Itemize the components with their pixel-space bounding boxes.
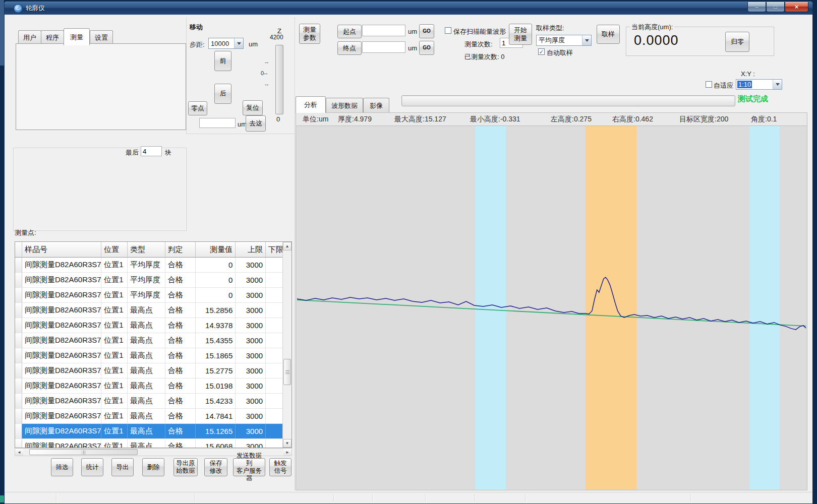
column-header[interactable]: 判定 — [165, 242, 196, 257]
go-start-button[interactable]: GO — [419, 24, 434, 38]
tab-program[interactable]: 程序 — [41, 30, 64, 44]
export-button[interactable]: 导出 — [111, 458, 134, 476]
tab-measure[interactable]: 测量 — [64, 28, 90, 45]
scroll-right-icon[interactable]: ► — [283, 449, 291, 456]
go-end-button[interactable]: GO — [419, 41, 434, 55]
row-selector[interactable] — [15, 258, 22, 272]
z-axis-slider[interactable] — [275, 45, 283, 114]
move-panel-title: 移动 — [190, 23, 203, 32]
end-point-button[interactable]: 终点 — [337, 41, 362, 55]
table-cell: 位置1 — [101, 348, 128, 363]
z-min-label: 0 — [276, 115, 280, 123]
scroll-left-icon[interactable]: ◄ — [15, 449, 23, 456]
table-cell: 0 — [196, 258, 236, 272]
tab-waveform-data[interactable]: 波形数据 — [326, 98, 363, 113]
sampling-type-select[interactable]: 平均厚度 — [536, 35, 592, 46]
table-row[interactable]: 间隙测量D82A60R3S7位置1最高点合格15.60683000 — [15, 439, 283, 448]
end-point-input[interactable] — [362, 41, 405, 53]
statistics-button[interactable]: 统计 — [81, 458, 103, 476]
table-cell: 间隙测量D82A60R3S7 — [22, 348, 101, 363]
statusbar-segment — [425, 494, 426, 502]
return-zero-button[interactable]: 归零 — [725, 32, 749, 52]
scale-select[interactable]: 1:10 — [736, 79, 782, 90]
row-selector[interactable] — [15, 242, 22, 257]
row-selector[interactable] — [15, 409, 22, 423]
scroll-up-icon[interactable]: ▲ — [283, 242, 291, 250]
table-cell: 合格 — [165, 288, 196, 302]
table-row[interactable]: 间隙测量D82A60R3S7位置1最高点合格15.42333000 — [15, 394, 283, 409]
column-header[interactable]: 类型 — [128, 242, 165, 257]
table-cell: 最高点 — [128, 318, 165, 333]
table-cell: 最高点 — [128, 363, 165, 378]
tab-settings[interactable]: 设置 — [90, 30, 113, 44]
table-vertical-scrollbar[interactable]: ▲ ▼ — [282, 242, 291, 448]
table-row[interactable]: 间隙测量D82A60R3S7位置1最高点合格15.28563000 — [15, 303, 283, 318]
table-row[interactable]: 间隙测量D82A60R3S7位置1平均厚度合格03000 — [15, 258, 283, 273]
row-selector[interactable] — [15, 379, 22, 393]
table-row[interactable]: 间隙测量D82A60R3S7位置1平均厚度合格03000 — [15, 288, 283, 303]
table-cell: 合格 — [165, 273, 196, 287]
scroll-down-icon[interactable]: ▼ — [283, 439, 291, 448]
adaptive-checkbox[interactable] — [706, 81, 712, 88]
table-cell: 间隙测量D82A60R3S7 — [22, 394, 101, 408]
table-row[interactable]: 间隙测量D82A60R3S7位置1最高点合格14.93783000 — [15, 318, 283, 333]
tab-analysis[interactable]: 分析 — [296, 96, 326, 113]
goto-button[interactable]: 去这 — [246, 115, 266, 132]
table-row[interactable]: 间隙测量D82A60R3S7位置1最高点合格15.43553000 — [15, 333, 283, 348]
save-changes-button[interactable]: 保存 修改 — [204, 458, 227, 476]
table-row[interactable]: 间隙测量D82A60R3S7位置1最高点合格15.12653000 — [15, 424, 283, 439]
export-raw-data-button[interactable]: 导出原 始数据 — [173, 458, 198, 476]
filter-button[interactable]: 筛选 — [51, 458, 73, 476]
sample-button[interactable]: 取样 — [597, 25, 620, 44]
zero-point-button[interactable]: 零点 — [188, 101, 207, 115]
scrollbar-thumb[interactable] — [283, 359, 291, 385]
start-unit-label: um — [408, 28, 417, 35]
row-selector[interactable] — [15, 363, 22, 378]
table-cell: 合格 — [165, 348, 196, 363]
move-forward-button[interactable]: 前 — [214, 51, 231, 71]
row-selector[interactable] — [15, 394, 22, 408]
table-row[interactable]: 间隙测量D82A60R3S7位置1最高点合格14.78413000 — [15, 409, 283, 424]
start-measure-button[interactable]: 开始 测量 — [509, 24, 532, 45]
tab-image[interactable]: 影像 — [363, 98, 389, 113]
last-label: 最后 — [126, 148, 139, 157]
goto-position-input[interactable] — [199, 118, 236, 128]
row-selector[interactable] — [15, 348, 22, 363]
start-point-button[interactable]: 起点 — [337, 25, 362, 38]
row-selector[interactable] — [15, 333, 22, 348]
delete-button[interactable]: 删除 — [142, 458, 164, 476]
scrollbar-thumb[interactable] — [29, 449, 138, 455]
row-selector[interactable] — [15, 303, 22, 318]
tab-user[interactable]: 用户 — [18, 30, 41, 44]
row-selector[interactable] — [15, 424, 22, 438]
row-selector[interactable] — [15, 273, 22, 287]
step-select[interactable]: 10000 — [208, 38, 244, 49]
table-cell: 15.4355 — [196, 333, 236, 348]
row-selector[interactable] — [15, 288, 22, 302]
move-backward-button[interactable]: 后 — [214, 84, 231, 104]
reset-button[interactable]: 复位 — [243, 100, 263, 115]
row-selector[interactable] — [15, 318, 22, 333]
auto-sampling-checkbox[interactable]: ✓ — [538, 48, 545, 55]
chevron-down-icon[interactable] — [773, 80, 782, 89]
row-selector[interactable] — [15, 439, 22, 448]
chevron-down-icon[interactable] — [582, 35, 591, 45]
column-header[interactable]: 样品号 — [22, 242, 101, 257]
column-header[interactable]: 测量值 — [196, 242, 236, 257]
table-row[interactable]: 间隙测量D82A60R3S7位置1最高点合格15.01983000 — [15, 379, 283, 394]
table-row[interactable]: 间隙测量D82A60R3S7位置1最高点合格15.18653000 — [15, 348, 283, 363]
column-header[interactable]: 下限 — [266, 242, 283, 257]
trigger-signal-button[interactable]: 触发 信号 — [269, 458, 291, 476]
table-row[interactable]: 间隙测量D82A60R3S7位置1最高点合格15.27753000 — [15, 363, 283, 379]
send-to-server-button[interactable]: 发送数据到 客户服务器 — [233, 458, 265, 476]
last-blocks-input[interactable] — [141, 146, 162, 156]
profile-chart[interactable] — [296, 125, 807, 490]
column-header[interactable]: 上限 — [236, 242, 266, 257]
column-header[interactable]: 位置 — [101, 242, 128, 257]
table-cell: 3000 — [236, 318, 266, 333]
table-row[interactable]: 间隙测量D82A60R3S7位置1平均厚度合格03000 — [15, 273, 283, 288]
chevron-down-icon[interactable] — [234, 38, 243, 48]
measure-params-button[interactable]: 测量 参数 — [299, 24, 320, 44]
start-point-input[interactable] — [362, 25, 405, 36]
save-wave-checkbox[interactable] — [445, 27, 451, 34]
